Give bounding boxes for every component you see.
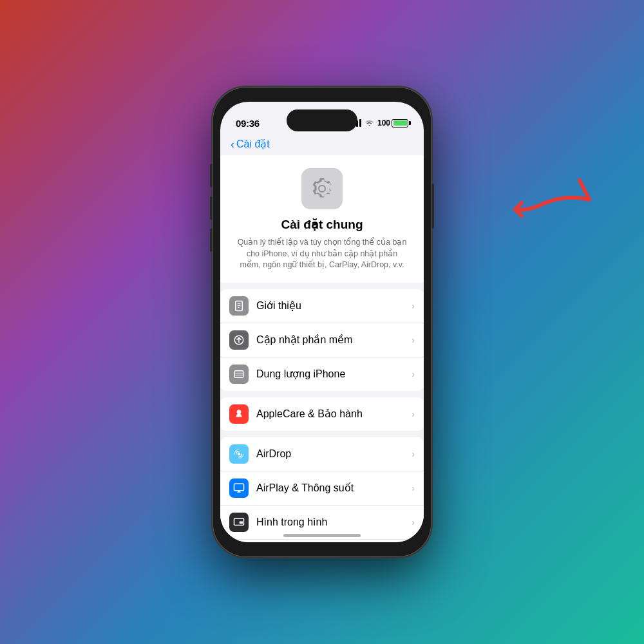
airdrop-label: AirDrop: [256, 448, 412, 460]
app-title: Cài đặt chung: [281, 217, 363, 232]
wifi-icon: [365, 118, 374, 128]
battery-label: 100: [377, 118, 390, 128]
applecare-chevron-icon: ›: [412, 409, 415, 419]
airplay-icon: [229, 478, 249, 498]
applecare-label: AppleCare & Bảo hành: [256, 408, 412, 420]
list-item-about[interactable]: Giới thiệu ›: [220, 289, 424, 323]
storage-chevron-icon: ›: [412, 369, 415, 379]
list-item-airplay[interactable]: AirPlay & Thông suốt ›: [220, 471, 424, 506]
annotation-arrow: [506, 174, 596, 225]
svg-rect-9: [234, 484, 244, 491]
app-icon: [301, 168, 343, 209]
scroll-content: Cài đặt chung Quản lý thiết lập và tùy c…: [220, 155, 424, 542]
back-chevron-icon: ‹: [231, 138, 234, 150]
svg-rect-5: [234, 370, 243, 377]
section-general: Giới thiệu › Cập nhật phần mềm ›: [220, 289, 424, 391]
svg-point-8: [238, 452, 241, 455]
software-update-label: Cập nhật phần mềm: [256, 334, 412, 346]
phone-frame: 09:36 🔔 100: [213, 87, 431, 557]
airdrop-icon: [229, 444, 249, 464]
about-icon: [229, 296, 249, 316]
list-item-applecare[interactable]: AppleCare & Bảo hành ›: [220, 397, 424, 431]
back-label: Cài đặt: [236, 138, 270, 150]
applecare-icon: [229, 404, 249, 424]
storage-label: Dung lượng iPhone: [256, 368, 412, 380]
about-chevron-icon: ›: [412, 301, 415, 311]
dynamic-island: [287, 109, 357, 131]
airplay-chevron-icon: ›: [412, 483, 415, 493]
list-item-airdrop[interactable]: AirDrop ›: [220, 437, 424, 471]
pip-chevron-icon: ›: [412, 517, 415, 527]
status-time: 09:36: [236, 118, 260, 129]
svg-rect-0: [236, 301, 243, 310]
section-connectivity: AirDrop › AirPlay & Thông suốt ›: [220, 437, 424, 543]
list-item-carplay[interactable]: CarPlay ›: [220, 540, 424, 543]
home-indicator: [283, 534, 361, 537]
battery-icon: [392, 119, 408, 128]
section-applecare: AppleCare & Bảo hành ›: [220, 397, 424, 431]
svg-rect-6: [234, 372, 243, 374]
about-label: Giới thiệu: [256, 299, 412, 312]
list-item-software-update[interactable]: Cập nhật phần mềm ›: [220, 323, 424, 357]
storage-icon: [229, 365, 249, 384]
header-section: Cài đặt chung Quản lý thiết lập và tùy c…: [220, 155, 424, 283]
pip-icon: [229, 513, 249, 532]
back-button[interactable]: ‹ Cài đặt: [231, 138, 270, 150]
gear-icon: [309, 176, 335, 202]
airplay-label: AirPlay & Thông suốt: [256, 482, 412, 494]
software-update-icon: [229, 330, 249, 350]
app-description: Quản lý thiết lập và tùy chọn tổng thể c…: [236, 237, 408, 271]
list-item-storage[interactable]: Dung lượng iPhone ›: [220, 357, 424, 391]
software-update-chevron-icon: ›: [412, 335, 415, 345]
svg-rect-7: [234, 374, 243, 375]
airdrop-chevron-icon: ›: [412, 449, 415, 459]
svg-rect-11: [240, 521, 243, 524]
nav-bar: ‹ Cài đặt: [220, 135, 424, 155]
battery-indicator: 100: [377, 118, 408, 128]
pip-label: Hình trong hình: [256, 516, 412, 528]
phone-screen: 09:36 🔔 100: [220, 102, 424, 542]
